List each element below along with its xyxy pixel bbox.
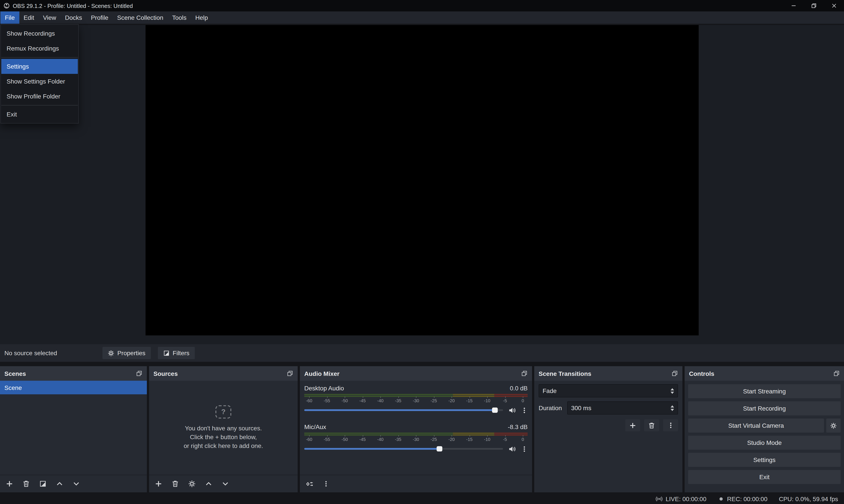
meter-tick-label: -55: [322, 436, 332, 443]
dots-vertical-icon[interactable]: [521, 446, 528, 452]
duration-spinbox[interactable]: 300 ms: [567, 401, 678, 415]
controls-panel-title: Controls: [689, 370, 714, 377]
window-controls: [784, 0, 844, 12]
scene-transitions-panel: Scene Transitions Fade Duration 300 ms: [534, 366, 682, 492]
meter-tick-label: -30: [411, 398, 421, 404]
menu-view[interactable]: View: [38, 12, 60, 24]
menu-item-show-settings-folder[interactable]: Show Settings Folder: [1, 74, 78, 89]
scenes-panel-title: Scenes: [4, 370, 26, 377]
menu-tools[interactable]: Tools: [168, 12, 191, 24]
menu-item-exit[interactable]: Exit: [1, 107, 78, 122]
move-source-up-icon[interactable]: [205, 480, 212, 487]
advanced-audio-icon[interactable]: [306, 480, 313, 488]
move-source-down-icon[interactable]: [221, 480, 229, 487]
rec-status: REC: 00:00:00: [718, 496, 768, 502]
trash-icon: [648, 422, 655, 429]
minimize-button[interactable]: [784, 0, 804, 12]
transition-select[interactable]: Fade: [539, 384, 678, 397]
start-virtual-camera-button[interactable]: Start Virtual Camera: [688, 418, 824, 433]
popout-icon[interactable]: [671, 370, 678, 377]
volume-slider[interactable]: [304, 443, 503, 454]
exit-button[interactable]: Exit: [688, 470, 841, 484]
chevron-down-icon[interactable]: [670, 392, 674, 394]
sources-empty-state: ? You don't have any sources. Click the …: [149, 381, 298, 475]
meter-scale: -60 -55 -50 -45 -40 -35 -30 -25 -20 -15 …: [304, 398, 528, 404]
spin-down-icon[interactable]: [670, 409, 674, 411]
scene-filters-icon[interactable]: [39, 480, 47, 487]
add-source-icon[interactable]: [155, 480, 162, 487]
meter-tick-label: -10: [482, 398, 492, 404]
menu-item-settings[interactable]: Settings: [1, 59, 78, 74]
menu-item-show-profile-folder[interactable]: Show Profile Folder: [1, 89, 78, 104]
move-scene-up-icon[interactable]: [56, 480, 63, 487]
move-scene-down-icon[interactable]: [73, 480, 80, 487]
dots-vertical-icon: [667, 422, 674, 429]
start-streaming-button[interactable]: Start Streaming: [688, 384, 841, 398]
settings-button[interactable]: Settings: [688, 453, 841, 467]
studio-mode-button[interactable]: Studio Mode: [688, 436, 841, 450]
channel-name: Mic/Aux: [304, 423, 326, 430]
menu-docks[interactable]: Docks: [61, 12, 87, 24]
start-recording-button[interactable]: Start Recording: [688, 401, 841, 415]
menu-scene-collection[interactable]: Scene Collection: [113, 12, 168, 24]
menu-bar: File Edit View Docks Profile Scene Colle…: [0, 12, 844, 24]
remove-source-icon[interactable]: [172, 480, 179, 487]
meter-tick-label: -35: [393, 436, 403, 443]
volume-slider[interactable]: [304, 404, 503, 416]
transition-select-value: Fade: [543, 387, 557, 394]
preview-canvas[interactable]: [146, 25, 699, 336]
speaker-icon[interactable]: [508, 445, 516, 453]
live-timer: LIVE: 00:00:00: [666, 496, 706, 502]
close-button[interactable]: [824, 0, 844, 12]
meter-tick-label: -60: [304, 398, 314, 404]
menu-separator: [1, 57, 78, 58]
menu-item-remux-recordings[interactable]: Remux Recordings: [1, 41, 78, 56]
meter-tick-label: -5: [500, 398, 510, 404]
virtual-camera-config-button[interactable]: [826, 418, 841, 433]
dots-vertical-icon[interactable]: [323, 481, 329, 487]
slider-handle[interactable]: [437, 446, 443, 451]
scene-list-item[interactable]: Scene: [0, 381, 147, 394]
obs-logo-icon: [3, 3, 10, 9]
source-properties-icon[interactable]: [188, 480, 196, 487]
sources-toolbar: [149, 475, 298, 492]
meter-tick-label: -40: [376, 436, 385, 443]
meter-tick-label: -45: [358, 436, 367, 443]
chevron-up-icon[interactable]: [670, 388, 674, 390]
channel-level-db: 0.0 dB: [510, 385, 528, 392]
meter-tick-label: -20: [447, 436, 456, 443]
dots-vertical-icon[interactable]: [521, 407, 528, 413]
menu-file[interactable]: File: [0, 12, 19, 24]
restore-button[interactable]: [804, 0, 824, 12]
scene-transitions-panel-title: Scene Transitions: [539, 370, 591, 377]
menu-item-show-recordings[interactable]: Show Recordings: [1, 26, 78, 41]
add-transition-button[interactable]: [625, 419, 640, 431]
sources-list[interactable]: ? You don't have any sources. Click the …: [149, 381, 298, 492]
add-scene-icon[interactable]: [6, 480, 13, 487]
menu-edit[interactable]: Edit: [19, 12, 38, 24]
channel-level-db: -8.3 dB: [508, 423, 528, 430]
slider-fill: [304, 409, 497, 411]
meter-scale: -60 -55 -50 -45 -40 -35 -30 -25 -20 -15 …: [304, 436, 528, 443]
menu-help[interactable]: Help: [191, 12, 212, 24]
popout-icon[interactable]: [287, 370, 293, 377]
spin-up-icon[interactable]: [670, 405, 674, 407]
meter-tick-label: -15: [465, 398, 474, 404]
remove-scene-icon[interactable]: [22, 480, 30, 487]
transition-properties-button[interactable]: [663, 419, 678, 431]
scenes-toolbar: [0, 475, 147, 492]
meter-tick-label: -5: [500, 436, 510, 443]
window-title: OBS 29.1.2 - Profile: Untitled - Scenes:…: [13, 2, 133, 9]
mixer-channel-mic-aux: Mic/Aux -8.3 dB -60 -55 -50 -45 -40 -35 …: [304, 422, 528, 454]
remove-transition-button[interactable]: [644, 419, 659, 431]
popout-icon[interactable]: [136, 370, 142, 377]
speaker-icon[interactable]: [508, 407, 516, 414]
popout-icon[interactable]: [833, 370, 840, 377]
filters-button[interactable]: Filters: [158, 347, 195, 359]
plus-icon: [629, 422, 636, 429]
slider-handle[interactable]: [492, 408, 498, 413]
title-bar: OBS 29.1.2 - Profile: Untitled - Scenes:…: [0, 0, 844, 12]
popout-icon[interactable]: [521, 370, 528, 377]
menu-profile[interactable]: Profile: [86, 12, 112, 24]
properties-button[interactable]: Properties: [103, 347, 151, 359]
